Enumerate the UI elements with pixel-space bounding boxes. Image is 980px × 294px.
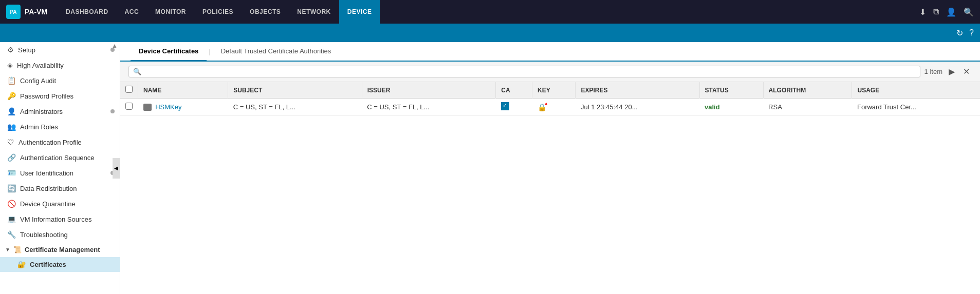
top-nav: PA PA-VM DASHBOARD ACC MONITOR POLICIES …: [0, 0, 980, 24]
tab-default-trusted-ca[interactable]: Default Trusted Certificate Authorities: [213, 42, 340, 62]
nav-acc[interactable]: ACC: [117, 0, 147, 24]
row-algorithm: RSA: [763, 99, 852, 116]
sidebar-section-certificate-management[interactable]: ▼ 📜 Certificate Management: [0, 242, 120, 257]
col-expires: EXPIRES: [576, 82, 699, 99]
col-issuer: ISSUER: [362, 82, 496, 99]
sidebar-item-vm-information-sources[interactable]: 💻 VM Information Sources: [0, 211, 120, 227]
sidebar-item-user-identification[interactable]: 🪪 User Identification: [0, 165, 120, 181]
sidebar-item-administrators[interactable]: 👤 Administrators: [0, 104, 120, 119]
user-id-icon: 🪪: [7, 169, 16, 177]
col-key: KEY: [532, 82, 576, 99]
col-ca: CA: [496, 82, 532, 99]
next-btn[interactable]: ▶: [947, 66, 957, 77]
row-checkbox[interactable]: [125, 103, 133, 110]
sidebar-item-troubleshooting[interactable]: 🔧 Troubleshooting: [0, 227, 120, 242]
search-input[interactable]: [143, 68, 916, 75]
col-algorithm: ALGORITHM: [763, 82, 852, 99]
admin-icon: 👤: [7, 107, 16, 115]
key-icon-container: 🔒 ▲: [538, 103, 546, 111]
vm-icon: 💻: [7, 215, 16, 223]
app-name: PA-VM: [25, 8, 47, 16]
toolbar: 🔍 1 item ▶ ✕: [120, 62, 980, 82]
close-btn[interactable]: ✕: [961, 66, 972, 77]
nav-policies[interactable]: POLICIES: [194, 0, 242, 24]
search-box[interactable]: 🔍: [128, 66, 920, 77]
row-issuer: C = US, ST = FL, L...: [362, 99, 496, 116]
sidebar-item-setup[interactable]: ⚙ Setup: [0, 42, 120, 57]
sidebar-item-admin-roles[interactable]: 👥 Admin Roles: [0, 119, 120, 134]
sidebar: ▲ ⚙ Setup ◈ High Availability 📋 Config A…: [0, 42, 120, 294]
sidebar-item-data-redistribution[interactable]: 🔄 Data Redistribution: [0, 181, 120, 196]
row-usage: Forward Trust Cer...: [852, 99, 980, 116]
tab-separator: |: [207, 48, 212, 55]
nav-dashboard[interactable]: DASHBOARD: [58, 0, 117, 24]
main-layout: ▲ ⚙ Setup ◈ High Availability 📋 Config A…: [0, 42, 980, 294]
row-name: HSMKey: [138, 99, 228, 116]
select-all-checkbox[interactable]: [125, 86, 133, 93]
table-header-row: NAME SUBJECT ISSUER CA KEY EXPIRES STATU…: [120, 82, 980, 99]
item-count: 1 item: [924, 68, 942, 75]
refresh-icon[interactable]: ↻: [956, 28, 963, 38]
clone-icon[interactable]: ⧉: [933, 7, 939, 16]
troubleshoot-icon: 🔧: [7, 230, 16, 239]
sidebar-item-device-quarantine[interactable]: 🚫 Device Quarantine: [0, 196, 120, 211]
row-ca: [496, 99, 532, 116]
sidebar-item-authentication-sequence[interactable]: 🔗 Authentication Sequence: [0, 150, 120, 165]
row-key: 🔒 ▲: [532, 99, 576, 116]
sidebar-item-authentication-profile[interactable]: 🛡 Authentication Profile: [0, 134, 120, 150]
quarantine-icon: 🚫: [7, 200, 16, 208]
cert-mgmt-icon: 📜: [13, 246, 22, 253]
search-icon: 🔍: [133, 68, 141, 75]
nav-network[interactable]: NETWORK: [289, 0, 339, 24]
main-content: Device Certificates | Default Trusted Ce…: [120, 42, 980, 294]
cert-type-icon: [143, 104, 152, 111]
tab-device-certificates[interactable]: Device Certificates: [131, 42, 207, 62]
sidebar-item-config-audit[interactable]: 📋 Config Audit: [0, 73, 120, 88]
ha-icon: ◈: [7, 61, 13, 69]
col-name: NAME: [138, 82, 228, 99]
data-redist-icon: 🔄: [7, 184, 16, 192]
password-icon: 🔑: [7, 92, 16, 100]
certificates-icon: 🔐: [17, 261, 26, 268]
ca-checkbox: [501, 102, 509, 110]
sidebar-item-password-profiles[interactable]: 🔑 Password Profiles: [0, 88, 120, 104]
nav-objects[interactable]: OBJECTS: [242, 0, 289, 24]
section-arrow: ▼: [5, 247, 10, 252]
tabs: Device Certificates | Default Trusted Ce…: [120, 42, 980, 62]
col-usage: USAGE: [852, 82, 980, 99]
table-container: NAME SUBJECT ISSUER CA KEY EXPIRES STATU…: [120, 82, 980, 294]
row-expires: Jul 1 23:45:44 20...: [576, 99, 699, 116]
setup-icon: ⚙: [7, 46, 14, 54]
search-top-icon[interactable]: 🔍: [964, 7, 974, 17]
sidebar-collapse-btn[interactable]: ◀: [113, 158, 120, 179]
scroll-up-btn[interactable]: ▲: [112, 42, 118, 49]
nav-device[interactable]: DEVICE: [339, 0, 380, 24]
key-warning-icon: ▲: [544, 101, 548, 106]
col-checkbox: [120, 82, 138, 99]
sidebar-item-high-availability[interactable]: ◈ High Availability: [0, 57, 120, 73]
table-row: HSMKey C = US, ST = FL, L... C = US, ST …: [120, 99, 980, 116]
blue-bar: ↻ ?: [0, 24, 980, 42]
auth-profile-icon: 🛡: [7, 138, 14, 146]
row-name-link[interactable]: HSMKey: [155, 103, 181, 111]
nav-monitor[interactable]: MONITOR: [147, 0, 194, 24]
auth-seq-icon: 🔗: [7, 153, 16, 162]
help-icon[interactable]: ?: [969, 28, 974, 37]
save-icon[interactable]: ⬇: [919, 7, 926, 17]
sidebar-item-certificates[interactable]: 🔐 Certificates: [0, 257, 120, 272]
admin-roles-icon: 👥: [7, 123, 16, 131]
app-logo[interactable]: PA PA-VM: [6, 5, 47, 19]
logo-icon: PA: [6, 5, 21, 19]
row-subject: C = US, ST = FL, L...: [228, 99, 362, 116]
status-valid: valid: [705, 103, 720, 111]
user-icon[interactable]: 👤: [946, 7, 956, 17]
admin-badge: [110, 109, 115, 113]
certificates-table: NAME SUBJECT ISSUER CA KEY EXPIRES STATU…: [120, 82, 980, 116]
nav-icons: ⬇ ⧉ 👤 🔍: [919, 7, 974, 17]
row-checkbox-cell: [120, 99, 138, 116]
col-subject: SUBJECT: [228, 82, 362, 99]
config-icon: 📋: [7, 76, 16, 85]
row-status: valid: [699, 99, 763, 116]
col-status: STATUS: [699, 82, 763, 99]
